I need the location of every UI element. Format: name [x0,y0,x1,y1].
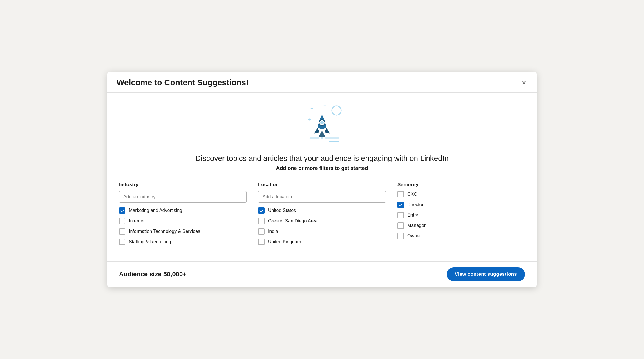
checkbox-manager[interactable] [397,222,404,229]
industry-internet-label: Internet [129,218,144,224]
hero-section: + + + Discover to [119,102,525,171]
svg-text:+: + [308,117,311,123]
hero-title: Discover topics and articles that your a… [196,154,449,163]
seniority-column: Seniority CXO Director Entry [397,182,525,245]
checkbox-owner[interactable] [397,233,404,239]
checkbox-marketing[interactable] [119,207,125,214]
location-us-label: United States [268,208,296,213]
checkbox-internet[interactable] [119,218,125,224]
industry-checkbox-list: Marketing and Advertising Internet Infor… [119,207,247,245]
location-uk-label: United Kingdom [268,239,301,244]
list-item[interactable]: Manager [397,222,525,229]
list-item[interactable]: CXO [397,191,525,197]
location-column: Location United States Greater San Diego… [258,182,386,245]
industry-label: Industry [119,182,247,188]
list-item[interactable]: Owner [397,233,525,239]
seniority-checkbox-list: CXO Director Entry Manager [397,191,525,239]
industry-staffing-label: Staffing & Recruiting [129,239,171,244]
industry-input[interactable] [119,191,247,203]
seniority-entry-label: Entry [407,213,418,218]
checkbox-staffing[interactable] [119,239,125,245]
modal-container: Welcome to Content Suggestions! × + + + [107,72,537,287]
svg-point-5 [320,121,324,124]
list-item[interactable]: India [258,228,386,235]
svg-text:+: + [323,102,327,108]
checkbox-it-services[interactable] [119,228,125,235]
list-item[interactable]: Internet [119,218,247,224]
seniority-owner-label: Owner [407,233,421,239]
list-item[interactable]: Information Technology & Services [119,228,247,235]
hero-subtitle: Add one or more filters to get started [276,165,368,171]
seniority-label: Seniority [397,182,525,188]
industry-it-label: Information Technology & Services [129,229,200,234]
filters-section: Industry Marketing and Advertising Inter… [119,182,525,245]
checkbox-san-diego[interactable] [258,218,265,224]
location-label: Location [258,182,386,188]
seniority-manager-label: Manager [407,223,426,228]
modal-footer: Audience size 50,000+ View content sugge… [107,261,537,287]
location-india-label: India [268,229,278,234]
list-item[interactable]: Director [397,202,525,208]
rocket-illustration: + + + [296,102,348,148]
modal-header: Welcome to Content Suggestions! × [107,72,537,93]
location-sandiego-label: Greater San Diego Area [268,218,318,224]
checkbox-uk[interactable] [258,239,265,245]
list-item[interactable]: Entry [397,212,525,218]
checkbox-entry[interactable] [397,212,404,218]
list-item[interactable]: United Kingdom [258,239,386,245]
list-item[interactable]: United States [258,207,386,214]
close-button[interactable]: × [521,78,527,88]
audience-size: Audience size 50,000+ [119,271,187,278]
industry-column: Industry Marketing and Advertising Inter… [119,182,247,245]
location-checkbox-list: United States Greater San Diego Area Ind… [258,207,386,245]
list-item[interactable]: Greater San Diego Area [258,218,386,224]
svg-text:+: + [310,106,314,112]
modal-title: Welcome to Content Suggestions! [117,78,249,87]
list-item[interactable]: Staffing & Recruiting [119,239,247,245]
modal-body: + + + Discover to [107,93,537,261]
checkbox-cxo[interactable] [397,191,404,197]
svg-point-3 [332,106,341,115]
view-suggestions-button[interactable]: View content suggestions [447,267,525,281]
list-item[interactable]: Marketing and Advertising [119,207,247,214]
checkbox-us[interactable] [258,207,265,214]
checkbox-india[interactable] [258,228,265,235]
seniority-cxo-label: CXO [407,192,417,197]
industry-marketing-label: Marketing and Advertising [129,208,182,213]
location-input[interactable] [258,191,386,203]
seniority-director-label: Director [407,202,424,207]
checkbox-director[interactable] [397,202,404,208]
